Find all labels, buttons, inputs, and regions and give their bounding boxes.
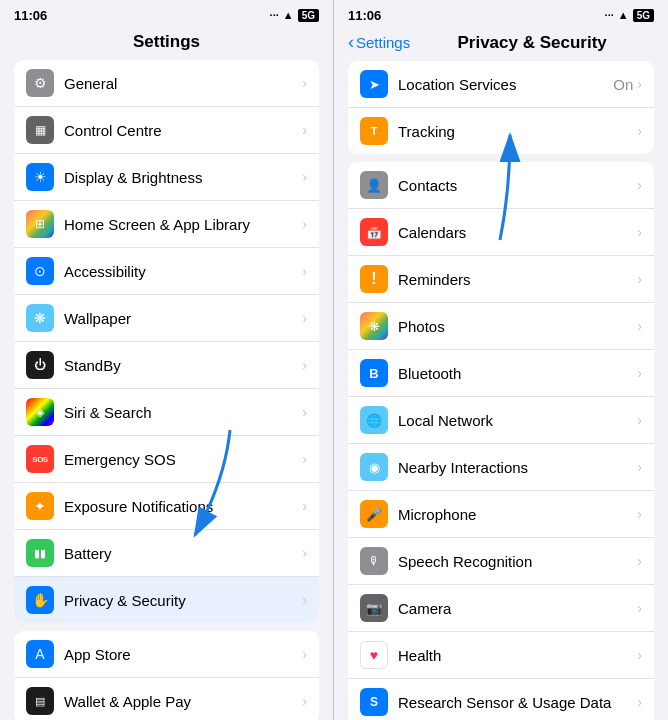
microphone-chevron: ›: [637, 506, 642, 522]
right-group1: ➤ Location Services On › T Tracking ›: [348, 61, 654, 154]
row-nearby[interactable]: ◉ Nearby Interactions ›: [348, 444, 654, 491]
emergency-chevron: ›: [302, 451, 307, 467]
app-store-label: App Store: [64, 646, 302, 663]
local-network-label: Local Network: [398, 412, 637, 429]
camera-label: Camera: [398, 600, 637, 617]
row-siri[interactable]: ◈ Siri & Search ›: [14, 389, 319, 436]
siri-icon: ◈: [26, 398, 54, 426]
location-chevron: ›: [637, 76, 642, 92]
home-screen-chevron: ›: [302, 216, 307, 232]
right-status-bar: 11:06 ··· ▲ 5G: [334, 0, 668, 28]
row-research[interactable]: S Research Sensor & Usage Data ›: [348, 679, 654, 720]
row-local-network[interactable]: 🌐 Local Network ›: [348, 397, 654, 444]
contacts-chevron: ›: [637, 177, 642, 193]
photos-label: Photos: [398, 318, 637, 335]
row-display[interactable]: ☀ Display & Brightness ›: [14, 154, 319, 201]
speech-label: Speech Recognition: [398, 553, 637, 570]
left-settings-list: ⚙ General › ▦ Control Centre › ☀ Display…: [0, 60, 333, 720]
camera-chevron: ›: [637, 600, 642, 616]
signal-icon: ···: [270, 9, 279, 21]
exposure-label: Exposure Notifications: [64, 498, 302, 515]
exposure-icon: ✦: [26, 492, 54, 520]
microphone-label: Microphone: [398, 506, 637, 523]
row-location[interactable]: ➤ Location Services On ›: [348, 61, 654, 108]
row-control-centre[interactable]: ▦ Control Centre ›: [14, 107, 319, 154]
row-accessibility[interactable]: ⊙ Accessibility ›: [14, 248, 319, 295]
privacy-chevron: ›: [302, 592, 307, 608]
row-bluetooth[interactable]: B Bluetooth ›: [348, 350, 654, 397]
row-wallpaper[interactable]: ❋ Wallpaper ›: [14, 295, 319, 342]
wallet-icon: ▤: [26, 687, 54, 715]
back-chevron-icon: ‹: [348, 32, 354, 53]
siri-chevron: ›: [302, 404, 307, 420]
left-nav-bar: Settings: [0, 28, 333, 60]
calendars-label: Calendars: [398, 224, 637, 241]
row-calendars[interactable]: 📅 Calendars ›: [348, 209, 654, 256]
left-status-icons: ··· ▲ 5G: [270, 9, 319, 22]
research-chevron: ›: [637, 694, 642, 710]
general-icon: ⚙: [26, 69, 54, 97]
wallpaper-chevron: ›: [302, 310, 307, 326]
back-label: Settings: [356, 34, 410, 51]
row-standby[interactable]: ⏻ StandBy ›: [14, 342, 319, 389]
privacy-icon: ✋: [26, 586, 54, 614]
location-label: Location Services: [398, 76, 613, 93]
left-status-bar: 11:06 ··· ▲ 5G: [0, 0, 333, 28]
row-camera[interactable]: 📷 Camera ›: [348, 585, 654, 632]
row-emergency[interactable]: SOS Emergency SOS ›: [14, 436, 319, 483]
wallpaper-label: Wallpaper: [64, 310, 302, 327]
right-battery-icon: 5G: [633, 9, 654, 22]
calendars-chevron: ›: [637, 224, 642, 240]
app-store-icon: A: [26, 640, 54, 668]
app-store-chevron: ›: [302, 646, 307, 662]
speech-icon: 🎙: [360, 547, 388, 575]
accessibility-icon: ⊙: [26, 257, 54, 285]
left-group2: A App Store › ▤ Wallet & Apple Pay ›: [14, 631, 319, 720]
row-exposure[interactable]: ✦ Exposure Notifications ›: [14, 483, 319, 530]
wifi-icon: ▲: [283, 9, 294, 21]
row-microphone[interactable]: 🎤 Microphone ›: [348, 491, 654, 538]
battery-chevron: ›: [302, 545, 307, 561]
standby-icon: ⏻: [26, 351, 54, 379]
row-general[interactable]: ⚙ General ›: [14, 60, 319, 107]
row-home-screen[interactable]: ⊞ Home Screen & App Library ›: [14, 201, 319, 248]
right-signal-icon: ···: [605, 9, 614, 21]
right-status-icons: ··· ▲ 5G: [605, 9, 654, 22]
bluetooth-chevron: ›: [637, 365, 642, 381]
photos-chevron: ›: [637, 318, 642, 334]
right-group2: 👤 Contacts › 📅 Calendars › ! Reminders ›…: [348, 162, 654, 720]
row-reminders[interactable]: ! Reminders ›: [348, 256, 654, 303]
left-group1: ⚙ General › ▦ Control Centre › ☀ Display…: [14, 60, 319, 623]
control-centre-chevron: ›: [302, 122, 307, 138]
research-icon: S: [360, 688, 388, 716]
display-label: Display & Brightness: [64, 169, 302, 186]
row-battery[interactable]: ▮▮ Battery ›: [14, 530, 319, 577]
emergency-icon: SOS: [26, 445, 54, 473]
nearby-chevron: ›: [637, 459, 642, 475]
right-wifi-icon: ▲: [618, 9, 629, 21]
row-photos[interactable]: ❋ Photos ›: [348, 303, 654, 350]
right-title: Privacy & Security: [457, 33, 606, 53]
row-wallet[interactable]: ▤ Wallet & Apple Pay ›: [14, 678, 319, 720]
tracking-chevron: ›: [637, 123, 642, 139]
accessibility-label: Accessibility: [64, 263, 302, 280]
nearby-icon: ◉: [360, 453, 388, 481]
back-button[interactable]: ‹ Settings: [348, 32, 410, 53]
right-settings-list: ➤ Location Services On › T Tracking › 👤 …: [334, 61, 668, 720]
row-contacts[interactable]: 👤 Contacts ›: [348, 162, 654, 209]
reminders-chevron: ›: [637, 271, 642, 287]
left-title: Settings: [14, 32, 319, 52]
microphone-icon: 🎤: [360, 500, 388, 528]
camera-icon: 📷: [360, 594, 388, 622]
location-icon: ➤: [360, 70, 388, 98]
row-health[interactable]: ♥ Health ›: [348, 632, 654, 679]
row-tracking[interactable]: T Tracking ›: [348, 108, 654, 154]
control-centre-label: Control Centre: [64, 122, 302, 139]
row-app-store[interactable]: A App Store ›: [14, 631, 319, 678]
bluetooth-label: Bluetooth: [398, 365, 637, 382]
speech-chevron: ›: [637, 553, 642, 569]
nearby-label: Nearby Interactions: [398, 459, 637, 476]
row-speech[interactable]: 🎙 Speech Recognition ›: [348, 538, 654, 585]
tracking-icon: T: [360, 117, 388, 145]
row-privacy[interactable]: ✋ Privacy & Security ›: [14, 577, 319, 623]
